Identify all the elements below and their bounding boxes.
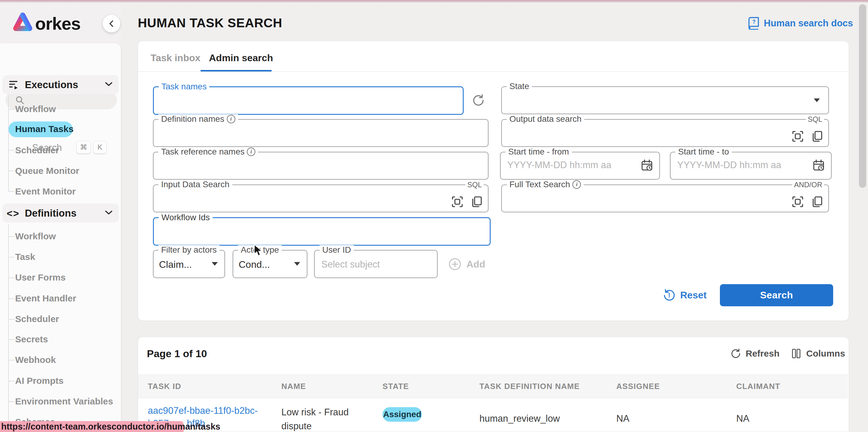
docs-link-label: Human search docs	[764, 18, 853, 29]
tree-tick	[8, 381, 14, 381]
dropdown-caret-icon	[814, 98, 820, 102]
tree-tick	[8, 171, 14, 171]
calendar-icon[interactable]	[641, 159, 653, 172]
tab-admin-search[interactable]: Admin search	[209, 53, 273, 64]
expand-editor-icon[interactable]	[451, 195, 464, 208]
task-definition-cell: human_review_low	[479, 413, 560, 424]
tree-tick	[8, 299, 14, 299]
page-title: HUMAN TASK SEARCH	[138, 16, 282, 30]
sidebar-item-ai-prompts[interactable]: AI Prompts	[15, 376, 64, 386]
output-data-search-label: Output data search	[507, 114, 584, 124]
svg-text:?: ?	[752, 19, 756, 25]
sidebar: orkes Search ⌘ K Executions	[0, 2, 121, 432]
page-scrollbar[interactable]	[859, 4, 866, 188]
claimant-cell: NA	[736, 413, 749, 424]
workflow-ids-label: Workflow Ids	[159, 213, 213, 222]
sidebar-item-scheduler-def[interactable]: Scheduler	[15, 314, 59, 324]
col-header-name[interactable]: NAME	[281, 382, 306, 391]
status-badge: Assigned	[382, 407, 422, 422]
logo-wordmark: orkes	[35, 13, 81, 34]
input-data-search-field[interactable]: Input Data Search SQL	[153, 185, 489, 212]
user-id-label: User ID	[319, 245, 354, 255]
tab-task-inbox[interactable]: Task inbox	[151, 53, 200, 64]
sidebar-item-human-tasks[interactable]: Human Tasks	[15, 124, 73, 134]
start-time-from-label: Start time - from	[505, 147, 572, 157]
task-name-cell: Low risk - Fraud dispute	[281, 405, 375, 432]
copy-icon[interactable]	[470, 195, 483, 208]
mouse-cursor	[254, 244, 264, 257]
tree-tick	[8, 236, 14, 237]
chevron-down-icon	[104, 210, 113, 216]
sidebar-item-event-monitor[interactable]: Event Monitor	[15, 186, 76, 196]
tree-tick	[8, 319, 14, 319]
reset-button[interactable]: ! Reset	[663, 288, 707, 302]
sidebar-item-environment-variables[interactable]: Environment Variables	[15, 396, 113, 406]
workflow-ids-field[interactable]: Workflow Ids	[153, 217, 491, 246]
plus-circle-icon	[448, 257, 462, 271]
copy-icon[interactable]	[811, 195, 824, 208]
add-actor-button[interactable]: Add	[448, 257, 485, 271]
statusbar-url: https://content-team.orkesconductor.io/h…	[0, 422, 220, 432]
col-header-task-id[interactable]: TASK ID	[148, 382, 181, 391]
filter-by-actors-value: Claim...	[159, 259, 192, 270]
col-header-claimant[interactable]: CLAIMANT	[736, 382, 780, 391]
copy-icon[interactable]	[811, 130, 824, 143]
columns-button[interactable]: Columns	[790, 348, 845, 359]
col-header-state[interactable]: STATE	[382, 382, 409, 391]
section-label: Definitions	[25, 208, 76, 219]
andor-corner-label: AND/OR	[792, 181, 824, 189]
start-time-from-field[interactable]: Start time - from YYYY-MM-DD hh:mm aa	[500, 152, 660, 180]
app-root: orkes Search ⌘ K Executions	[0, 0, 868, 432]
tree-tick	[8, 401, 14, 402]
col-header-assignee[interactable]: ASSIGNEE	[616, 382, 660, 391]
tree-tick	[8, 339, 14, 340]
sidebar-item-user-forms[interactable]: User Forms	[15, 272, 66, 283]
add-label: Add	[466, 259, 485, 270]
section-label: Executions	[25, 79, 78, 91]
calendar-icon[interactable]	[812, 159, 825, 172]
sidebar-item-queue-monitor[interactable]: Queue Monitor	[15, 166, 79, 176]
sidebar-item-scheduler-exec[interactable]: Scheduler	[15, 145, 59, 155]
chevron-down-icon	[104, 81, 113, 87]
filter-by-actors-select[interactable]: Filter by actors Claim...	[153, 250, 225, 278]
definition-names-field[interactable]: Definition namesi	[153, 119, 489, 147]
expand-editor-icon[interactable]	[792, 130, 804, 143]
search-button[interactable]: Search	[720, 284, 833, 306]
expand-editor-icon[interactable]	[792, 195, 804, 208]
sidebar-item-webhook[interactable]: Webhook	[15, 355, 56, 365]
filter-by-actors-label: Filter by actors	[158, 245, 220, 255]
task-names-field[interactable]: Task names	[153, 86, 464, 115]
reset-icon: !	[663, 288, 676, 302]
output-data-search-field[interactable]: Output data search SQL	[501, 119, 829, 147]
state-label: State	[507, 82, 532, 91]
task-reference-names-field[interactable]: Task reference namesi	[153, 152, 489, 180]
sidebar-collapse-button[interactable]	[103, 15, 120, 32]
state-field[interactable]: State	[501, 86, 829, 114]
columns-icon	[790, 348, 802, 359]
task-names-label: Task names	[159, 82, 209, 92]
refresh-task-names-icon[interactable]	[471, 93, 485, 107]
sidebar-section-definitions[interactable]: <> Definitions	[2, 204, 119, 222]
page-info: Page 1 of 10	[147, 348, 207, 360]
search-card	[138, 41, 849, 321]
col-header-task-definition-name[interactable]: TASK DEFINITION NAME	[479, 382, 580, 391]
active-tab-underline	[200, 70, 272, 71]
task-id-link[interactable]: aac907ef-bbae-11f0-b2bc-	[148, 405, 258, 416]
sidebar-item-task[interactable]: Task	[15, 252, 35, 262]
sidebar-section-executions[interactable]: Executions	[2, 75, 119, 94]
docs-link[interactable]: ? Human search docs	[748, 17, 853, 30]
start-time-to-field[interactable]: Start time - to YYYY-MM-DD hh:mm aa	[670, 152, 832, 180]
executions-icon	[9, 80, 20, 90]
sidebar-item-workflow-def[interactable]: Workflow	[15, 231, 56, 242]
row-divider	[138, 431, 848, 431]
sidebar-item-secrets[interactable]: Secrets	[15, 334, 48, 344]
assignee-cell: NA	[616, 413, 629, 424]
user-id-field[interactable]: User ID Select subject	[314, 250, 438, 278]
refresh-results-button[interactable]: Refresh	[730, 348, 780, 359]
sidebar-item-workflow-exec[interactable]: Workflow	[15, 104, 56, 114]
refresh-icon	[730, 348, 741, 359]
code-brackets-icon: <>	[7, 208, 20, 219]
actor-type-select[interactable]: Actor type Cond...	[232, 250, 307, 278]
sidebar-item-event-handler[interactable]: Event Handler	[15, 293, 76, 304]
full-text-search-field[interactable]: Full Text Searchi AND/OR	[501, 185, 829, 212]
